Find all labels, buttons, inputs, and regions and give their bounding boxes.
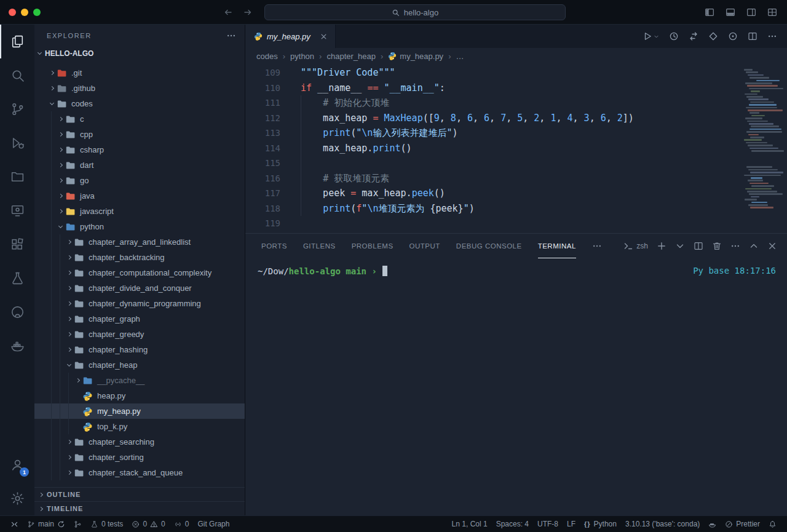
- outline-section[interactable]: OUTLINE: [34, 487, 245, 501]
- panel-tab-debug-console[interactable]: DEBUG CONSOLE: [456, 234, 522, 258]
- status-commit-graph[interactable]: [69, 520, 86, 528]
- line-number[interactable]: 116: [245, 171, 280, 186]
- command-center-search[interactable]: hello-algo: [264, 4, 566, 20]
- launch-profile-button[interactable]: zsh: [623, 241, 648, 251]
- close-tab-icon[interactable]: [320, 33, 328, 41]
- terminal-profiles-dropdown-button[interactable]: [675, 241, 685, 251]
- line-number[interactable]: 111: [245, 95, 280, 111]
- forward-button[interactable]: [243, 7, 253, 17]
- tree-item-cpp[interactable]: cpp: [34, 127, 245, 142]
- status-indentation[interactable]: Spaces: 4: [492, 520, 533, 528]
- run-python-file-button[interactable]: [643, 31, 659, 41]
- split-terminal-button[interactable]: [694, 241, 703, 251]
- tree-item-chapter_heap[interactable]: chapter_heap: [34, 357, 245, 373]
- layout-sidebar-left-button[interactable]: [705, 7, 714, 17]
- tree-item-__pycache__[interactable]: __pycache__: [34, 373, 245, 388]
- tree-item-chapter_backtracking[interactable]: chapter_backtracking: [34, 250, 245, 265]
- terminal[interactable]: ~/Dow/hello-algo main › Py base 18:17:16: [245, 258, 787, 515]
- status-git-graph[interactable]: Git Graph: [193, 520, 234, 528]
- timeline-section[interactable]: TIMELINE: [34, 501, 245, 515]
- status-cursor-position[interactable]: Ln 1, Col 1: [448, 520, 492, 528]
- line-number[interactable]: 115: [245, 156, 280, 171]
- activity-search[interactable]: [0, 58, 34, 92]
- tree-item-chapter_divide_and_conquer[interactable]: chapter_divide_and_conquer: [34, 280, 245, 296]
- status-problems[interactable]: 00: [127, 520, 169, 528]
- compare-file-button[interactable]: [708, 31, 718, 41]
- zoom-window-button[interactable]: [33, 9, 41, 16]
- code-line-110[interactable]: 110if __name__ == "__main__":: [245, 81, 787, 96]
- explorer-more-actions-button[interactable]: [226, 31, 236, 41]
- tree-item-top_k-py[interactable]: top_k.py: [34, 419, 245, 434]
- tree-item-chapter_computational_complexity[interactable]: chapter_computational_complexity: [34, 265, 245, 280]
- kill-terminal-button[interactable]: [712, 241, 722, 251]
- view-timeline-button[interactable]: [669, 31, 679, 41]
- line-number[interactable]: 110: [245, 81, 280, 96]
- tree-item-codes[interactable]: codes: [34, 96, 245, 111]
- open-changes-button[interactable]: [689, 31, 698, 41]
- panel-tab-terminal[interactable]: TERMINAL: [538, 234, 576, 258]
- layout-panel-button[interactable]: [726, 7, 735, 17]
- minimap[interactable]: [740, 69, 781, 216]
- tree-item-csharp[interactable]: csharp: [34, 142, 245, 157]
- activity-explorer[interactable]: [0, 25, 34, 58]
- line-number[interactable]: 113: [245, 125, 280, 141]
- breadcrumb-item-0[interactable]: codes: [256, 52, 278, 61]
- tree-item--git[interactable]: .git: [34, 65, 245, 81]
- code-line-119[interactable]: 119: [245, 216, 787, 231]
- breadcrumb-item-3[interactable]: my_heap.py: [388, 52, 443, 61]
- status-prettier-status[interactable]: Prettier: [721, 520, 764, 528]
- tree-item-python[interactable]: python: [34, 219, 245, 234]
- status-feedback[interactable]: 0: [170, 520, 194, 528]
- split-editor-button[interactable]: [748, 31, 757, 41]
- tree-item-chapter_hashing[interactable]: chapter_hashing: [34, 342, 245, 357]
- status-test-status[interactable]: 0 tests: [86, 520, 127, 528]
- line-number[interactable]: 118: [245, 201, 280, 216]
- tree-item-chapter_stack_and_queue[interactable]: chapter_stack_and_queue: [34, 465, 245, 480]
- code-line-116[interactable]: 116 # 获取堆顶元素: [245, 171, 787, 186]
- tab-my-heap-py[interactable]: my_heap.py: [245, 25, 336, 48]
- activity-remote-explorer[interactable]: [0, 194, 34, 228]
- activity-run-debug[interactable]: [0, 126, 34, 160]
- activity-settings[interactable]: [0, 482, 34, 515]
- code-line-114[interactable]: 114 max_heap.print(): [245, 141, 787, 156]
- close-window-button[interactable]: [9, 9, 16, 16]
- close-panel-button[interactable]: [767, 241, 777, 251]
- tree-item-go[interactable]: go: [34, 173, 245, 188]
- code-line-113[interactable]: 113 print("\n输入列表并建堆后"): [245, 125, 787, 141]
- tree-item-chapter_dynamic_programming[interactable]: chapter_dynamic_programming: [34, 296, 245, 311]
- back-button[interactable]: [223, 7, 233, 17]
- tree-item-heap-py[interactable]: heap.py: [34, 388, 245, 403]
- status-container-status[interactable]: [704, 520, 721, 528]
- more-actions-button[interactable]: [767, 31, 777, 41]
- panel-more-tabs-button[interactable]: [592, 241, 602, 251]
- activity-source-control[interactable]: [0, 92, 34, 126]
- breadcrumb-item-2[interactable]: chapter_heap: [326, 52, 376, 61]
- line-number[interactable]: 109: [245, 65, 280, 81]
- activity-project-manager[interactable]: [0, 160, 34, 194]
- line-number[interactable]: 114: [245, 141, 280, 156]
- status-git-branch-status[interactable]: main: [23, 520, 69, 528]
- panel-tab-problems[interactable]: PROBLEMS: [352, 234, 394, 258]
- line-number[interactable]: 112: [245, 111, 280, 126]
- code-line-118[interactable]: 118 print(f"\n堆顶元素为 {peek}"): [245, 201, 787, 216]
- code-line-117[interactable]: 117 peek = max_heap.peek(): [245, 186, 787, 201]
- project-root-item[interactable]: HELLO-ALGO: [34, 47, 245, 60]
- status-python-interpreter[interactable]: 3.10.13 ('base': conda): [621, 520, 704, 528]
- panel-tab-gitlens[interactable]: GITLENS: [303, 234, 336, 258]
- breadcrumb-item-1[interactable]: python: [290, 52, 314, 61]
- layout-grid-button[interactable]: [767, 7, 777, 17]
- minimize-window-button[interactable]: [21, 9, 28, 16]
- status-language-mode[interactable]: {}Python: [580, 520, 621, 528]
- tree-item--github[interactable]: .github: [34, 81, 245, 96]
- status-notifications[interactable]: [764, 520, 781, 528]
- code-editor[interactable]: 109"""Driver Code"""110if __name__ == "_…: [245, 64, 787, 233]
- tree-item-my_heap-py[interactable]: my_heap.py: [34, 403, 245, 419]
- code-line-115[interactable]: 115: [245, 156, 787, 171]
- tree-item-chapter_graph[interactable]: chapter_graph: [34, 311, 245, 327]
- activity-extensions[interactable]: [0, 228, 34, 261]
- tree-item-chapter_searching[interactable]: chapter_searching: [34, 434, 245, 450]
- line-number[interactable]: 117: [245, 186, 280, 201]
- panel-more-actions-button[interactable]: [730, 241, 740, 251]
- tree-item-dart[interactable]: dart: [34, 157, 245, 173]
- status-eol[interactable]: LF: [563, 520, 580, 528]
